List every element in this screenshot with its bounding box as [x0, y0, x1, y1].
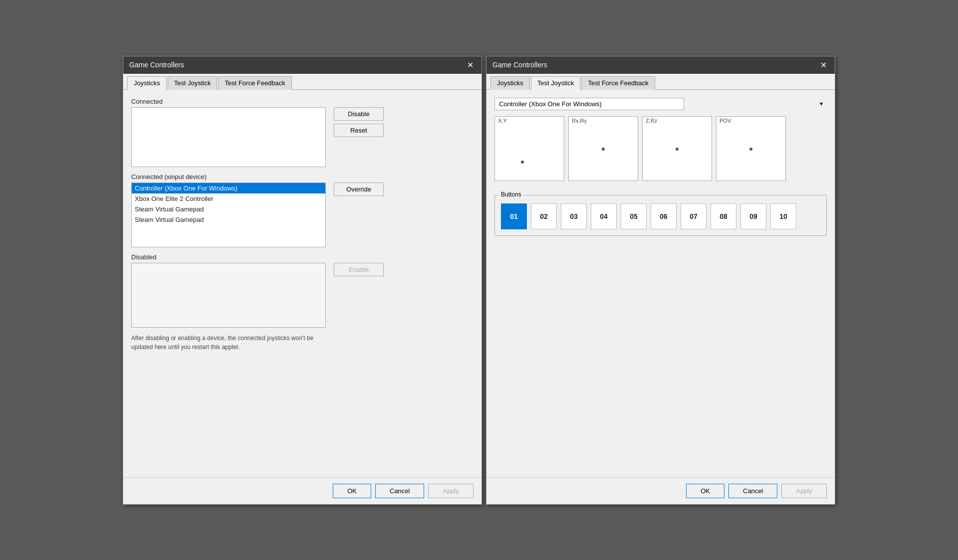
disabled-row: Enable — [131, 263, 474, 328]
buttons-section: Buttons 01 02 03 04 05 06 07 08 09 10 — [494, 195, 827, 236]
controller-select-wrapper[interactable]: Controller (Xbox One For Windows) — [494, 98, 827, 110]
connected-label: Connected — [131, 98, 474, 105]
left-dialog-title: Game Controllers — [129, 61, 184, 69]
left-apply-button[interactable]: Apply — [428, 484, 474, 498]
right-cancel-button[interactable]: Cancel — [728, 484, 777, 498]
axis-pov-dot — [749, 148, 752, 151]
connected-row: Disable Reset — [131, 107, 474, 167]
left-tab-joysticks[interactable]: Joysticks — [127, 76, 167, 90]
xinput-item-2[interactable]: Steam Virtual Gamepad — [132, 204, 325, 214]
override-button[interactable]: Override — [334, 183, 384, 196]
axis-zrz-label: Z,Rz — [646, 118, 657, 124]
axis-rxry-dot — [602, 148, 605, 151]
left-ok-button[interactable]: OK — [333, 484, 371, 498]
button-05[interactable]: 05 — [621, 203, 647, 229]
axes-section: X,Y Rx,Ry Z,Rz POV — [494, 116, 827, 181]
disabled-button-col: Enable — [334, 263, 384, 276]
connected-section: Connected Disable Reset — [131, 98, 474, 167]
axis-rxry-label: Rx,Ry — [572, 118, 587, 124]
connected-button-col: Disable Reset — [334, 107, 384, 137]
connected-xinput-label: Connected (xinput device) — [131, 173, 474, 181]
left-cancel-button[interactable]: Cancel — [375, 484, 424, 498]
button-07[interactable]: 07 — [681, 203, 707, 229]
left-dialog: Game Controllers ✕ Joysticks Test Joysti… — [123, 56, 482, 505]
reset-button[interactable]: Reset — [334, 124, 384, 137]
right-title-bar: Game Controllers ✕ — [486, 56, 835, 74]
enable-button[interactable]: Enable — [334, 263, 384, 276]
connected-xinput-section: Connected (xinput device) Controller (Xb… — [131, 173, 474, 247]
button-04[interactable]: 04 — [591, 203, 617, 229]
xinput-list[interactable]: Controller (Xbox One For Windows) Xbox O… — [131, 183, 326, 247]
axis-xy-label: X,Y — [498, 118, 507, 124]
left-tab-test-joystick[interactable]: Test Joystick — [168, 76, 218, 90]
right-dialog-body: Controller (Xbox One For Windows) X,Y Rx… — [486, 90, 835, 477]
disable-button[interactable]: Disable — [334, 107, 384, 121]
left-footer: OK Cancel Apply — [123, 477, 481, 504]
button-03[interactable]: 03 — [561, 203, 587, 229]
right-tab-test-joystick[interactable]: Test Joystick — [531, 76, 581, 90]
right-tab-test-force-feedback[interactable]: Test Force Feedback — [581, 76, 655, 90]
xinput-item-3[interactable]: Steam Virtual Gamepad — [132, 214, 325, 225]
right-ok-button[interactable]: OK — [686, 484, 724, 498]
right-dialog: Game Controllers ✕ Joysticks Test Joysti… — [486, 56, 835, 505]
left-dialog-body: Connected Disable Reset Connected (xinpu… — [123, 90, 481, 477]
disabled-list[interactable] — [131, 263, 326, 328]
axis-pov-label: POV — [719, 118, 731, 124]
right-dialog-title: Game Controllers — [492, 61, 547, 69]
right-apply-button[interactable]: Apply — [781, 484, 827, 498]
right-tab-joysticks[interactable]: Joysticks — [490, 76, 530, 90]
button-08[interactable]: 08 — [711, 203, 736, 229]
xinput-row: Controller (Xbox One For Windows) Xbox O… — [131, 183, 474, 247]
xinput-button-col: Override — [334, 183, 384, 196]
axis-pov: POV — [716, 116, 786, 181]
buttons-grid: 01 02 03 04 05 06 07 08 09 10 — [501, 203, 820, 229]
button-01[interactable]: 01 — [501, 203, 527, 229]
xinput-item-0[interactable]: Controller (Xbox One For Windows) — [132, 183, 325, 193]
axis-zrz: Z,Rz — [642, 116, 712, 181]
axis-zrz-dot — [676, 148, 679, 151]
axis-xy-dot — [521, 161, 524, 164]
disabled-section: Disabled Enable — [131, 253, 474, 328]
connected-list[interactable] — [131, 107, 326, 167]
left-tab-bar: Joysticks Test Joystick Test Force Feedb… — [123, 74, 481, 90]
button-02[interactable]: 02 — [531, 203, 557, 229]
button-09[interactable]: 09 — [740, 203, 766, 229]
left-close-button[interactable]: ✕ — [465, 60, 476, 70]
controller-select[interactable]: Controller (Xbox One For Windows) — [494, 98, 684, 110]
disabled-label: Disabled — [131, 253, 474, 261]
right-footer: OK Cancel Apply — [486, 477, 835, 504]
left-tab-test-force-feedback[interactable]: Test Force Feedback — [218, 76, 291, 90]
button-06[interactable]: 06 — [651, 203, 677, 229]
axis-xy: X,Y — [494, 116, 564, 181]
right-close-button[interactable]: ✕ — [818, 60, 829, 70]
axis-rxry: Rx,Ry — [568, 116, 638, 181]
button-10[interactable]: 10 — [770, 203, 796, 229]
xinput-item-1[interactable]: Xbox One Elite 2 Controller — [132, 193, 325, 204]
left-title-bar: Game Controllers ✕ — [123, 56, 481, 74]
note-text: After disabling or enabling a device, th… — [131, 334, 326, 352]
right-tab-bar: Joysticks Test Joystick Test Force Feedb… — [486, 74, 835, 90]
buttons-label: Buttons — [499, 191, 523, 198]
